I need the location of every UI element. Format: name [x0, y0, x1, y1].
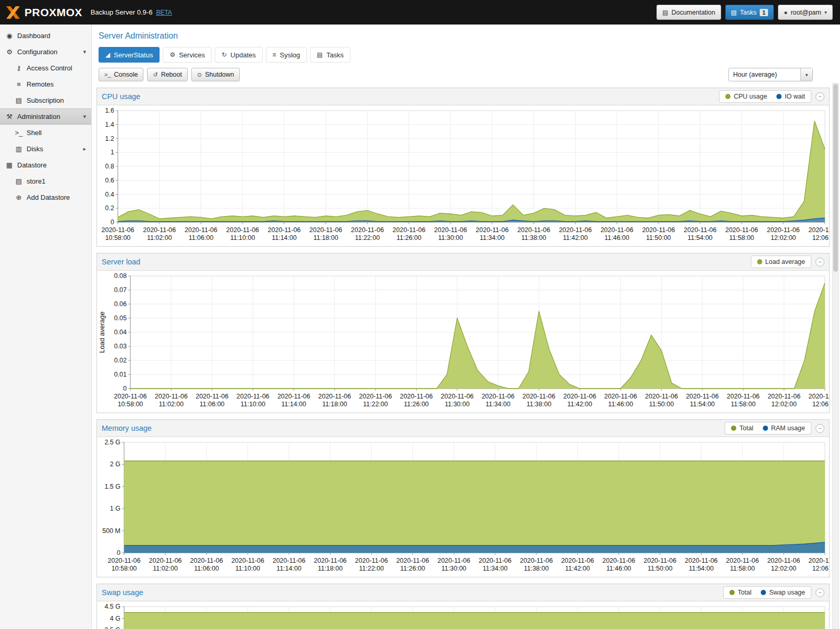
svg-text:2 G: 2 G: [110, 461, 120, 468]
collapse-button[interactable]: −: [815, 92, 824, 101]
svg-text:0.6: 0.6: [105, 177, 114, 184]
legend-item-total[interactable]: Total: [725, 589, 756, 596]
svg-text:2020-11-06: 2020-11-06: [437, 557, 470, 564]
console-button[interactable]: >_ Console: [99, 68, 143, 81]
shutdown-label: Shutdown: [205, 71, 234, 78]
svg-text:2020-11-06: 2020-11-06: [273, 557, 306, 564]
svg-text:0.08: 0.08: [114, 272, 127, 280]
svg-text:2020-11-06: 2020-11-06: [522, 393, 555, 400]
legend-item-ram-usage[interactable]: RAM usage: [758, 425, 810, 432]
sidebar-item-disks[interactable]: ▥ Disks ▸: [0, 141, 91, 157]
beta-link[interactable]: BETA: [156, 9, 172, 16]
legend-label: IO wait: [785, 93, 805, 100]
tab-tasks[interactable]: ▤ Tasks: [310, 47, 351, 63]
svg-text:2020-11-06: 2020-11-06: [563, 393, 596, 400]
svg-text:11:06:00: 11:06:00: [200, 401, 225, 408]
sidebar-item-shell[interactable]: >_ Shell: [0, 125, 91, 141]
svg-text:0.01: 0.01: [114, 371, 127, 378]
sidebar-item-configuration[interactable]: ⚙ Configuration ▾: [0, 44, 91, 60]
svg-text:1.5 G: 1.5 G: [104, 483, 120, 490]
collapse-button[interactable]: −: [815, 424, 824, 433]
svg-text:10:58:00: 10:58:00: [105, 234, 131, 241]
svg-text:11:10:00: 11:10:00: [230, 234, 255, 241]
scrollbar-thumb[interactable]: [833, 84, 838, 272]
sidebar-item-store1[interactable]: ▤ store1: [0, 173, 91, 189]
cpu-usage-panel: CPU usage CPU usage IO wait − 2020-11-06…: [96, 88, 830, 247]
svg-text:12:06:00: 12:06:00: [812, 565, 829, 572]
chevron-down-icon[interactable]: ▾: [800, 68, 812, 81]
memory-usage-chart: 2020-11-0610:58:002020-11-0611:02:002020…: [97, 437, 829, 577]
sidebar-item-subscription[interactable]: ▤ Subscription: [0, 92, 91, 108]
svg-text:2020-11-06: 2020-11-06: [685, 557, 717, 564]
svg-text:2020-11-06: 2020-11-06: [196, 393, 228, 400]
svg-text:2020-11-06: 2020-11-06: [277, 393, 310, 400]
svg-text:10:58:00: 10:58:00: [118, 401, 143, 408]
caret-down-icon: ▾: [83, 49, 86, 55]
top-header: PROXMOX Backup Server 0.9-6 BETA ▤ Docum…: [0, 0, 840, 25]
svg-text:Load average: Load average: [98, 311, 106, 353]
brand-text: PROXMOX: [25, 6, 82, 19]
legend-item-swap-usage[interactable]: Swap usage: [756, 589, 810, 596]
legend-item-load-average[interactable]: Load average: [752, 258, 810, 265]
sidebar-item-label: Access Control: [27, 64, 72, 72]
vertical-scrollbar[interactable]: [832, 83, 839, 629]
caret-down-icon: ▾: [83, 113, 86, 120]
svg-text:10:58:00: 10:58:00: [112, 565, 137, 572]
legend-item-cpu-usage[interactable]: CPU usage: [721, 93, 772, 100]
plus-circle-icon: ⊕: [14, 193, 24, 201]
svg-text:2020-11-06: 2020-11-06: [226, 226, 259, 234]
svg-text:2020-11-06: 2020-11-06: [107, 557, 140, 564]
legend-item-io-wait[interactable]: IO wait: [772, 93, 810, 100]
proxmox-logo: PROXMOX: [5, 5, 82, 20]
svg-text:2020-11-06: 2020-11-06: [604, 393, 637, 400]
panel-title: Memory usage: [102, 424, 725, 432]
sidebar-item-add-datastore[interactable]: ⊕ Add Datastore: [0, 189, 91, 205]
tab-serverstatus[interactable]: ◢ ServerStatus: [99, 47, 160, 63]
collapse-button[interactable]: −: [815, 258, 824, 267]
reboot-button[interactable]: ↺ Reboot: [147, 68, 188, 81]
legend-item-total[interactable]: Total: [726, 425, 758, 432]
svg-text:0.2: 0.2: [105, 204, 114, 212]
panel-header: Server load Load average −: [97, 253, 829, 271]
tab-label: Updates: [230, 51, 255, 59]
svg-text:2020-11-06: 2020-11-06: [559, 226, 592, 234]
svg-text:2020-11-06: 2020-11-06: [155, 393, 188, 400]
tab-label: Services: [179, 51, 205, 59]
svg-text:11:06:00: 11:06:00: [189, 234, 214, 241]
documentation-button[interactable]: ▤ Documentation: [656, 5, 721, 20]
swap-usage-panel: Swap usage Total Swap usage − 2020-11-06…: [96, 584, 830, 629]
toolbar: >_ Console ↺ Reboot ⊙ Shutdown Hour (ave…: [99, 68, 834, 81]
proxmox-x-icon: [5, 5, 21, 20]
sidebar-item-remotes[interactable]: ≡ Remotes: [0, 76, 91, 92]
sidebar-item-administration[interactable]: ⚒ Administration ▾: [0, 108, 91, 125]
svg-text:11:10:00: 11:10:00: [235, 565, 260, 572]
panel-header: Memory usage Total RAM usage −: [97, 420, 829, 437]
sidebar-item-access-control[interactable]: ⚷ Access Control: [0, 60, 91, 76]
svg-text:11:18:00: 11:18:00: [313, 234, 338, 241]
sidebar-item-label: Disks: [27, 145, 43, 153]
legend-dot: [725, 94, 731, 99]
svg-text:11:22:00: 11:22:00: [363, 401, 388, 408]
svg-text:2020-11-06: 2020-11-06: [355, 557, 388, 564]
svg-text:2020-11-06: 2020-11-06: [237, 393, 270, 400]
sidebar-item-dashboard[interactable]: ◉ Dashboard: [0, 28, 91, 44]
svg-text:2020-11-06: 2020-11-06: [642, 226, 675, 234]
svg-text:2020-11-06: 2020-11-06: [602, 557, 635, 564]
caret-right-icon: ▸: [83, 146, 86, 152]
svg-text:0.02: 0.02: [114, 357, 127, 364]
sidebar-item-datastore[interactable]: ▦ Datastore: [0, 157, 91, 173]
collapse-button[interactable]: −: [815, 588, 824, 597]
tab-services[interactable]: ⚙ Services: [163, 47, 212, 63]
tab-syslog[interactable]: ≡ Syslog: [266, 47, 307, 63]
tab-updates[interactable]: ↻ Updates: [215, 47, 262, 63]
tasks-button[interactable]: ▤ Tasks 1: [725, 5, 774, 20]
svg-text:12:06:00: 12:06:00: [812, 234, 829, 241]
server-load-panel: Server load Load average − 2020-11-0610:…: [96, 253, 830, 413]
shutdown-button[interactable]: ⊙ Shutdown: [191, 68, 240, 81]
archive-icon: ▦: [4, 161, 15, 169]
user-menu-button[interactable]: ● root@pam ▾: [778, 5, 833, 20]
timeframe-select[interactable]: Hour (average) ▾: [728, 68, 813, 81]
tasks-icon: ▤: [731, 9, 737, 16]
svg-text:2020-11-06: 2020-11-06: [185, 226, 217, 234]
legend-dot: [761, 590, 766, 595]
